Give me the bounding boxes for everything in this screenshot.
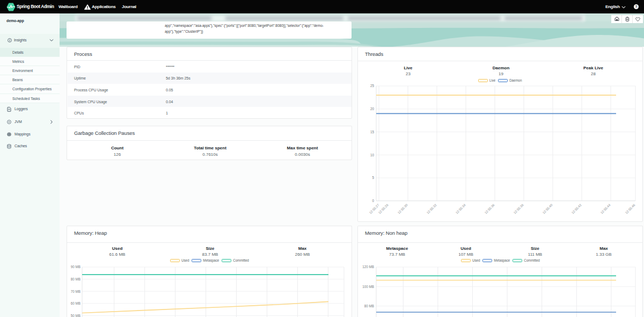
svg-text:80 MB: 80 MB — [71, 277, 80, 281]
svg-text:12:55:38: 12:55:38 — [513, 203, 524, 214]
svg-text:120 MB: 120 MB — [362, 265, 374, 269]
svg-text:5: 5 — [372, 176, 374, 179]
svg-text:90 MB: 90 MB — [71, 265, 80, 269]
svg-text:20: 20 — [370, 107, 375, 111]
svg-text:12:55:42: 12:55:42 — [571, 203, 582, 214]
svg-text:100 MB: 100 MB — [362, 285, 374, 289]
svg-text:0: 0 — [372, 199, 374, 203]
svg-text:12:55:30: 12:55:30 — [397, 203, 408, 214]
svg-text:50 MB: 50 MB — [71, 314, 80, 317]
svg-text:12:55:34: 12:55:34 — [455, 203, 466, 214]
svg-text:12:55:40: 12:55:40 — [542, 203, 553, 214]
svg-text:10: 10 — [370, 153, 375, 157]
svg-text:12:55:36: 12:55:36 — [484, 203, 495, 214]
svg-text:80 MB: 80 MB — [364, 304, 374, 308]
svg-text:12:55:46: 12:55:46 — [625, 203, 636, 214]
svg-text:12:55:28: 12:55:28 — [378, 203, 389, 214]
svg-text:15: 15 — [370, 130, 375, 134]
svg-text:70 MB: 70 MB — [71, 290, 80, 293]
svg-text:25: 25 — [370, 84, 375, 88]
svg-text:60 MB: 60 MB — [71, 301, 80, 305]
svg-text:12:55:44: 12:55:44 — [600, 203, 611, 214]
svg-text:12:55:32: 12:55:32 — [426, 203, 437, 214]
